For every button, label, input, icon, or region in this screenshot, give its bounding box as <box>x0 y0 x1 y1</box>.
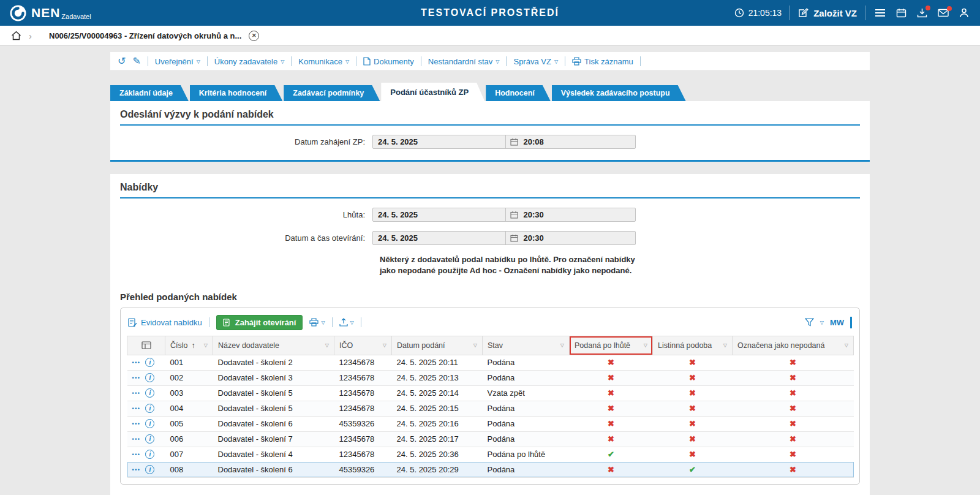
cell-oznacena-nepodana: ✖ <box>733 447 854 462</box>
cell-datum-podani: 24. 5. 2025 20:13 <box>392 370 483 385</box>
row-menu-button[interactable]: ••• <box>132 390 141 396</box>
document-icon <box>363 57 371 66</box>
otevirani-time-input[interactable]: 20:30 <box>506 232 635 244</box>
col-nazev-dodavatele[interactable]: Název dodavatele ▽ <box>213 336 334 355</box>
row-info-button[interactable]: i <box>145 404 154 413</box>
cell-ico: 12345678 <box>334 385 392 401</box>
brand[interactable]: NEN Zadavatel <box>10 5 91 21</box>
col-ico[interactable]: IČO ▽ <box>334 336 392 355</box>
filter-caret-icon[interactable]: ▽ <box>325 342 329 348</box>
tab-podani-ucastniku-zp[interactable]: Podání účastníků ZP <box>381 83 484 101</box>
row-menu-button[interactable]: ••• <box>132 406 141 412</box>
create-vz-button[interactable]: Založit VZ <box>798 8 857 18</box>
filter-caret-icon[interactable]: ▽ <box>204 342 208 348</box>
col-listinna-podoba[interactable]: Listinná podoba ▽ <box>653 336 733 355</box>
row-info-button[interactable]: i <box>145 419 154 428</box>
table-row[interactable]: ••• i 004 Dodavatel - školení 5 12345678… <box>127 401 854 416</box>
row-menu-button[interactable]: ••• <box>132 375 141 381</box>
table-row[interactable]: ••• i 007 Dodavatel - školení 4 12345678… <box>127 447 854 462</box>
print-grid-button[interactable]: ▽ <box>309 318 325 327</box>
close-record-button[interactable]: ✕ <box>249 31 259 41</box>
menu-sprava-vz[interactable]: Správa VZ ▽ <box>513 57 558 66</box>
table-row[interactable]: ••• i 002 Dodavatel - školení 3 12345678… <box>127 370 854 385</box>
col-datum-podani[interactable]: Datum podání ▽ <box>392 336 483 355</box>
row-menu-button[interactable]: ••• <box>132 360 141 366</box>
col-oznacena-jako-nepodana[interactable]: Označena jako nepodaná ▽ <box>733 336 854 355</box>
filter-button[interactable] <box>805 318 814 327</box>
messages-button[interactable] <box>937 7 950 18</box>
undo-button[interactable]: ↺ <box>118 56 126 66</box>
row-menu-button[interactable]: ••• <box>132 421 141 427</box>
cell-ico: 12345678 <box>334 355 392 370</box>
filter-caret-icon[interactable]: ▽ <box>644 342 647 348</box>
lhuta-time-input[interactable]: 20:30 <box>506 208 635 221</box>
menu-ukony-zadavatele[interactable]: Úkony zadavatele ▽ <box>214 57 285 66</box>
table-row[interactable]: ••• i 001 Dodavatel - školení 2 12345678… <box>127 355 854 370</box>
col-cislo[interactable]: Číslo ↑ ▽ <box>165 336 213 355</box>
filter-caret-icon[interactable]: ▽ <box>845 342 848 348</box>
menu-komunikace[interactable]: Komunikace ▽ <box>298 57 349 66</box>
cell-listinna-podoba: ✖ <box>653 355 733 370</box>
chevron-down-icon[interactable]: ▽ <box>820 320 824 325</box>
tab-vysledek-zadavaciho-postupu[interactable]: Výsledek zadávacího postupu <box>552 85 686 101</box>
divider <box>506 56 507 66</box>
zahajit-otevirani-button[interactable]: Zahájit otevírání <box>216 315 303 330</box>
col-podana-po-lhute[interactable]: Podaná po lhůtě ▽ <box>570 336 653 355</box>
filter-caret-icon[interactable]: ▽ <box>473 342 477 348</box>
printer-icon <box>309 318 318 327</box>
datum-zahajeni-date-input[interactable]: 24. 5. 2025 <box>373 135 506 148</box>
lhuta-date-input[interactable]: 24. 5. 2025 <box>373 208 506 221</box>
menu-dokumenty[interactable]: Dokumenty <box>363 57 414 66</box>
tab-zakladni-udaje[interactable]: Základní údaje <box>110 85 189 101</box>
zahajit-label: Zahájit otevírání <box>235 318 296 327</box>
col-row-settings[interactable] <box>127 336 165 355</box>
calendar-button[interactable] <box>895 7 908 19</box>
breadcrumb: › N006/25/V00004963 - Zřízení datových o… <box>0 26 980 46</box>
filter-caret-icon[interactable]: ▽ <box>383 342 386 348</box>
tab-kriteria-hodnoceni[interactable]: Kritéria hodnocení <box>190 85 282 101</box>
scrollbar-indicator[interactable] <box>850 317 852 328</box>
otevirani-date-input[interactable]: 24. 5. 2025 <box>373 232 506 244</box>
table-row[interactable]: ••• i 005 Dodavatel - školení 6 45359326… <box>127 416 854 431</box>
table-row[interactable]: ••• i 008 Dodavatel - školení 6 45359326… <box>127 462 854 477</box>
table-row[interactable]: ••• i 003 Dodavatel - školení 5 12345678… <box>127 385 854 401</box>
home-button[interactable] <box>11 31 21 40</box>
filter-caret-icon[interactable]: ▽ <box>560 342 564 348</box>
open-bids-icon <box>223 319 231 327</box>
mw-button[interactable]: MW <box>830 318 844 327</box>
close-icon: ✕ <box>252 32 257 39</box>
evidovat-nabidku-button[interactable]: Evidovat nabídku <box>128 318 202 327</box>
cell-listinna-podoba: ✖ <box>653 431 733 447</box>
table-row[interactable]: ••• i 006 Dodavatel - školení 7 12345678… <box>127 431 854 447</box>
menu-button[interactable] <box>873 7 887 18</box>
row-info-button[interactable]: i <box>145 358 154 367</box>
row-info-button[interactable]: i <box>145 450 154 459</box>
breadcrumb-record[interactable]: N006/25/V00004963 - Zřízení datových okr… <box>49 31 259 41</box>
col-stav[interactable]: Stav ▽ <box>483 336 570 355</box>
menu-nestandardni-stav[interactable]: Nestandardní stav ▽ <box>428 57 500 66</box>
filter-caret-icon[interactable]: ▽ <box>723 342 727 348</box>
downloads-button[interactable] <box>916 7 929 19</box>
row-menu-button[interactable]: ••• <box>132 436 141 442</box>
menu-label: Správa VZ <box>513 57 551 66</box>
cell-oznacena-nepodana: ✖ <box>733 355 854 370</box>
row-info-button[interactable]: i <box>145 465 154 474</box>
row-menu-button[interactable]: ••• <box>132 467 141 473</box>
menu-tisk-zaznamu[interactable]: Tisk záznamu <box>572 57 633 66</box>
row-info-button[interactable]: i <box>145 434 154 444</box>
cell-oznacena-nepodana: ✖ <box>733 370 854 385</box>
datum-zahajeni-time-input[interactable]: 20:08 <box>506 135 635 148</box>
export-grid-button[interactable]: ▽ <box>339 318 354 327</box>
row-info-button[interactable]: i <box>145 373 154 382</box>
cell-ico: 45359326 <box>334 462 392 477</box>
cell-row-actions: ••• i <box>127 416 165 431</box>
tab-hodnoceni[interactable]: Hodnocení <box>486 85 551 101</box>
edit-button[interactable]: ✎ <box>132 56 140 66</box>
row-menu-button[interactable]: ••• <box>132 452 141 458</box>
row-info-button[interactable]: i <box>145 388 154 398</box>
user-button[interactable] <box>958 7 970 19</box>
menu-uverejneni[interactable]: Uveřejnění ▽ <box>155 57 200 66</box>
cell-cislo: 004 <box>165 401 213 416</box>
export-icon <box>339 318 348 327</box>
tab-zadavaci-podminky[interactable]: Zadávací podmínky <box>284 85 380 101</box>
